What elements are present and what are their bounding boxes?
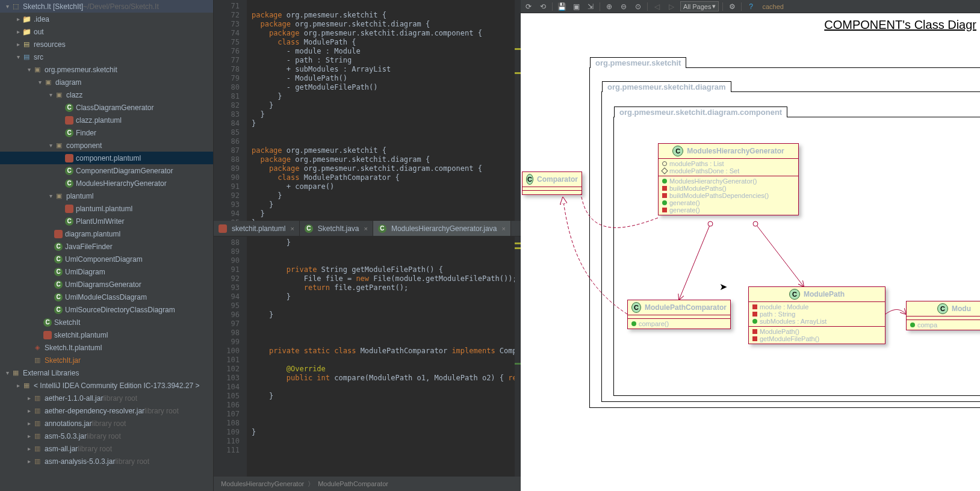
editor-pane-top[interactable]: 7172737475767778798081828384858687888990… — [214, 0, 521, 221]
tree-item[interactable]: CModulesHierarchyGenerator — [0, 177, 213, 190]
tree-item[interactable]: ▾⬚Sketch.It [SketchIt] ~/Devel/Perso/Ske… — [0, 0, 213, 13]
export-icon[interactable]: ⇲ — [585, 1, 596, 12]
tree-item[interactable]: ▸▥asm-5.0.3.jar library root — [0, 430, 213, 442]
chevron-icon[interactable]: ▸ — [14, 16, 22, 22]
uml-class-mpc[interactable]: CModulePathComparator compare() — [627, 300, 731, 329]
chevron-icon[interactable]: ▾ — [4, 369, 11, 376]
uml-class-mhg[interactable]: CModulesHierarchyGenerator modulePaths :… — [658, 143, 799, 215]
tree-item[interactable]: ▾▤src — [0, 51, 213, 63]
chevron-icon[interactable]: ▾ — [47, 91, 54, 98]
tree-item[interactable]: ▾▣org.pmesmeur.sketchit — [0, 63, 213, 76]
save-icon[interactable]: 💾 — [556, 1, 567, 12]
chevron-icon[interactable]: ▸ — [25, 445, 33, 452]
tree-item[interactable]: ▸▥annotations.jar library root — [0, 417, 213, 430]
tree-item[interactable]: CUmlComponentDiagram — [0, 253, 213, 265]
chevron-icon[interactable]: ▸ — [25, 407, 33, 414]
zoom-fit-icon[interactable]: ⊙ — [633, 1, 644, 12]
chevron-icon[interactable]: ▸ — [25, 458, 33, 465]
tree-item[interactable]: ▸▥asm-analysis-5.0.3.jar library root — [0, 455, 213, 468]
tree-item[interactable]: component.plantuml — [0, 152, 213, 164]
tree-item[interactable]: CSketchIt — [0, 316, 213, 329]
breadcrumb-item[interactable]: ModulesHierarchyGenerator — [221, 480, 304, 487]
editor-tabs[interactable]: sketchit.plantuml×CSketchIt.java×CModule… — [214, 221, 521, 236]
prev-icon[interactable]: ◁ — [651, 1, 662, 12]
editor-tab[interactable]: CSketchIt.java× — [300, 221, 373, 236]
chevron-icon[interactable]: ▾ — [4, 3, 11, 10]
editor-tab[interactable]: sketchit.plantuml× — [214, 221, 300, 236]
tree-item[interactable]: ▸▦< IntelliJ IDEA Community Edition IC-1… — [0, 379, 213, 392]
tree-item[interactable]: CUmlModuleClassDiagram — [0, 291, 213, 303]
tree-item[interactable]: ▾▦External Libraries — [0, 366, 213, 379]
uml-class-comparator[interactable]: CComparator — [522, 171, 582, 195]
chevron-icon[interactable]: ▾ — [47, 142, 54, 149]
uml-class-modu[interactable]: CModu compa — [906, 301, 980, 330]
breadcrumb-item[interactable]: ModulePathComparator — [318, 480, 388, 487]
chevron-icon[interactable]: ▸ — [14, 382, 22, 389]
tree-item[interactable]: CFinder — [0, 126, 213, 139]
chevron-icon[interactable]: ▸ — [25, 433, 33, 439]
tree-item-label: UmlDiagram — [65, 268, 105, 276]
tree-item[interactable]: ▸▥aether-1.1.0-all.jar library root — [0, 392, 213, 404]
tree-item[interactable]: ▾▣plantuml — [0, 190, 213, 202]
tree-item[interactable]: CUmlDiagram — [0, 265, 213, 278]
tree-item[interactable]: ◈Sketch.It.plantuml — [0, 341, 213, 354]
tree-item[interactable]: clazz.plantuml — [0, 114, 213, 126]
tree-item-path: ~/Devel/Perso/Sketch.It — [83, 2, 159, 11]
tree-item[interactable]: ▸▥asm-all.jar library root — [0, 442, 213, 455]
tree-item[interactable]: ▸out — [0, 25, 213, 38]
chevron-icon[interactable]: ▾ — [25, 66, 33, 73]
zoom-out-icon[interactable]: ⊖ — [618, 1, 629, 12]
tree-item[interactable]: ▾▣component — [0, 139, 213, 152]
tree-item-suffix: library root — [78, 445, 112, 453]
close-icon[interactable]: × — [501, 225, 505, 232]
copy-icon[interactable]: ▣ — [571, 1, 581, 12]
tree-item[interactable]: CComponentDiagramGenerator — [0, 164, 213, 177]
cache-status: cached — [762, 3, 783, 10]
minimap[interactable] — [515, 0, 521, 221]
tree-item[interactable]: CUmlSourceDirectoryClassDiagram — [0, 303, 213, 316]
next-icon[interactable]: ▷ — [666, 1, 677, 12]
tree-item[interactable]: diagram.plantuml — [0, 227, 213, 240]
tree-item-label: External Libraries — [23, 369, 79, 377]
minimap[interactable] — [515, 236, 521, 477]
tree-item[interactable]: plantuml.plantuml — [0, 202, 213, 215]
breadcrumb[interactable]: ModulesHierarchyGenerator 〉 ModulePathCo… — [214, 477, 521, 491]
chevron-icon[interactable]: ▸ — [25, 420, 33, 427]
chevron-icon[interactable]: ▸ — [14, 41, 22, 48]
tree-item[interactable]: CJavaFileFinder — [0, 240, 213, 253]
editor-tab[interactable]: CModulesHierarchyGenerator.java× — [373, 221, 511, 236]
uml-class-mp[interactable]: CModulePath module : Modulepath : String… — [748, 286, 885, 344]
chevron-icon[interactable]: ▸ — [25, 395, 33, 401]
tree-item[interactable]: CClassDiagramGenerator — [0, 101, 213, 114]
chevron-icon[interactable]: ▾ — [47, 193, 54, 199]
tree-item[interactable]: ▸▥aether-dependency-resolver.jar library… — [0, 404, 213, 417]
tree-item[interactable]: ▾▣diagram — [0, 76, 213, 88]
tree-item[interactable]: ▸▤resources — [0, 38, 213, 51]
close-icon[interactable]: × — [364, 225, 368, 232]
code[interactable]: package org.pmesmeur.sketchit { package … — [247, 0, 521, 221]
tree-item[interactable]: ▸.idea — [0, 13, 213, 25]
chevron-icon[interactable]: ▾ — [14, 54, 22, 60]
chevron-icon[interactable]: ▾ — [36, 79, 43, 85]
tree-item[interactable]: sketchit.plantuml — [0, 329, 213, 341]
refresh-all-icon[interactable]: ⟲ — [538, 1, 548, 12]
project-tree[interactable]: ▾⬚Sketch.It [SketchIt] ~/Devel/Perso/Ske… — [0, 0, 214, 491]
diagram-canvas[interactable]: COMPONENT's Class Diagr org.pmesmeur.ske… — [521, 13, 980, 491]
zoom-in-icon[interactable]: ⊕ — [604, 1, 615, 12]
chevron-icon[interactable]: ▸ — [14, 28, 22, 35]
close-icon[interactable]: × — [290, 225, 294, 232]
tree-item[interactable]: ▥SketchIt.jar — [0, 354, 213, 366]
settings-icon[interactable]: ⚙ — [727, 1, 737, 12]
pages-dropdown[interactable]: All Pages▾ — [680, 1, 719, 11]
chevron-right-icon: 〉 — [308, 480, 314, 489]
tree-item-label: plantuml.plantuml — [76, 205, 132, 213]
tab-label: SketchIt.java — [318, 224, 359, 233]
tree-item[interactable]: CPlantUmlWriter — [0, 215, 213, 227]
tree-item[interactable]: ▾▣clazz — [0, 88, 213, 101]
help-icon[interactable]: ? — [745, 1, 756, 12]
editor-pane-bottom[interactable]: 8889909192939495969798991001011021031041… — [214, 236, 521, 477]
refresh-icon[interactable]: ⟳ — [523, 1, 534, 12]
tree-item[interactable]: CUmlDiagramsGenerator — [0, 278, 213, 291]
code[interactable]: } private String getModuleFilePath() { F… — [247, 236, 521, 477]
tree-item-label: Sketch.It [SketchIt] — [23, 2, 83, 11]
